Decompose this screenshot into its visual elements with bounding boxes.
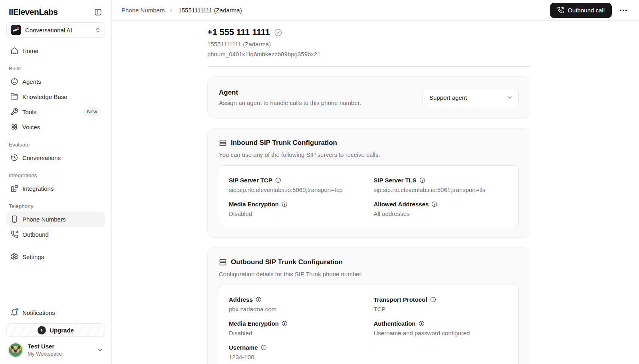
sidebar-item-label: Integrations — [22, 185, 54, 192]
outbound-sip-details: Address pbx.zadarma.com Transport Protoc… — [219, 285, 519, 364]
sidebar-item-tools[interactable]: Tools New — [6, 104, 105, 119]
field-value: Disabled — [229, 210, 364, 217]
info-icon[interactable] — [261, 344, 267, 350]
scrollbar-track[interactable] — [638, 0, 638, 364]
breadcrumb-current: 15551111111 (Zadarma) — [178, 7, 242, 14]
section-label-integrations: Integrations — [6, 172, 105, 178]
user-meta: Test User My Workspace — [28, 343, 93, 357]
inbound-sip-card: Inbound SIP Trunk Configuration You can … — [207, 128, 530, 238]
sidebar-bottom: Notifications Upgrade Test User My Works… — [6, 305, 105, 358]
outbound-sip-card: Outbound SIP Trunk Configuration Configu… — [207, 247, 530, 364]
agent-card-description: Assign an agent to handle calls to this … — [219, 99, 361, 106]
upgrade-button[interactable]: Upgrade — [6, 323, 105, 337]
field-label: Media Encryption — [229, 320, 279, 327]
info-icon[interactable] — [256, 297, 262, 303]
info-icon[interactable] — [431, 201, 437, 207]
outbound-sip-header: Outbound SIP Trunk Configuration — [219, 258, 519, 266]
sidebar-item-notifications[interactable]: Notifications — [6, 305, 105, 320]
phone-outgoing-icon — [10, 230, 18, 238]
field-value: pbx.zadarma.com — [229, 306, 364, 313]
workspace-selector[interactable]: Conversational AI — [6, 22, 105, 38]
field-label: Transport Protocol — [374, 296, 427, 303]
agent-card: Agent Assign an agent to handle calls to… — [207, 76, 530, 119]
section-label-build: Build — [6, 65, 105, 71]
info-icon[interactable] — [430, 297, 436, 303]
panel-collapse-icon — [94, 8, 102, 16]
info-icon[interactable] — [282, 201, 288, 207]
field-value: Username and password configured — [374, 330, 509, 336]
voices-icon — [10, 123, 18, 131]
server-icon — [219, 139, 227, 147]
agent-select[interactable]: Support agent — [423, 89, 519, 106]
outbound-call-label: Outbound call — [568, 7, 605, 14]
info-icon[interactable] — [275, 177, 281, 183]
content-scroll-area[interactable]: +1 555 111 1111 15551111111 (Zadarma) ph… — [112, 21, 639, 364]
sidebar-collapse-button[interactable] — [93, 8, 103, 17]
info-icon[interactable] — [419, 177, 425, 183]
new-badge: New — [83, 107, 101, 116]
sidebar-item-settings[interactable]: Settings — [6, 249, 105, 264]
elevenlabs-logo: IIElevenLabs — [9, 7, 58, 17]
chevron-right-icon — [169, 8, 174, 13]
home-icon — [10, 47, 18, 55]
sidebar-item-integrations[interactable]: Integrations — [6, 181, 105, 196]
section-label-evaluate: Evaluate — [6, 142, 105, 148]
sidebar-item-conversations[interactable]: Conversations — [6, 150, 105, 165]
sidebar-item-label: Voices — [22, 124, 40, 131]
outbound-sip-title: Outbound SIP Trunk Configuration — [231, 258, 343, 266]
upgrade-label: Upgrade — [50, 327, 74, 334]
sidebar-nav: Home Build Agents Knowledge Base Tool — [6, 43, 105, 264]
notification-dot — [16, 308, 19, 311]
blocks-icon — [10, 184, 18, 192]
bell-icon — [10, 309, 18, 317]
sidebar-item-knowledge-base[interactable]: Knowledge Base — [6, 89, 105, 104]
sidebar-item-label: Tools — [22, 109, 79, 115]
field-label: Username — [229, 344, 258, 351]
sidebar-item-label: Phone Numbers — [22, 216, 65, 223]
breadcrumb: Phone Numbers 15551111111 (Zadarma) — [121, 7, 242, 14]
outbound-field-grid: Address pbx.zadarma.com Transport Protoc… — [229, 296, 509, 360]
history-icon — [10, 154, 18, 162]
sidebar: IIElevenLabs Conversational AI Home Buil… — [0, 0, 112, 364]
info-icon[interactable] — [419, 320, 425, 326]
field-label: SIP Server TLS — [374, 177, 417, 184]
topbar: Phone Numbers 15551111111 (Zadarma) Outb… — [112, 0, 639, 21]
lightning-bolt-icon — [38, 326, 46, 334]
field-value: sip:sip.rtc.elevenlabs.io:5061;transport… — [374, 186, 509, 193]
field-label: Allowed Addresses — [374, 201, 429, 208]
field-media-encryption: Media Encryption Disabled — [229, 201, 364, 217]
folder-icon — [10, 93, 18, 101]
gear-icon — [10, 253, 18, 261]
field-value: TCP — [374, 306, 509, 313]
user-workspace: My Workspace — [28, 351, 93, 357]
sidebar-item-label: Notifications — [22, 309, 55, 316]
logo-row: IIElevenLabs — [6, 0, 105, 22]
sidebar-item-home[interactable]: Home — [6, 43, 105, 58]
user-menu[interactable]: Test User My Workspace — [6, 342, 105, 358]
info-icon[interactable] — [282, 320, 288, 326]
agent-select-value: Support agent — [429, 94, 467, 101]
field-value: sip:sip.rtc.elevenlabs.io:5060;transport… — [229, 186, 364, 193]
check-circle-icon — [274, 28, 282, 37]
agent-card-text: Agent Assign an agent to handle calls to… — [219, 89, 361, 106]
field-allowed-addresses: Allowed Addresses All addresses — [374, 201, 509, 217]
phone-outgoing-icon — [557, 7, 564, 14]
sidebar-item-outbound[interactable]: Outbound — [6, 227, 105, 242]
inbound-sip-details: SIP Server TCP sip:sip.rtc.elevenlabs.io… — [219, 165, 519, 227]
avatar — [8, 342, 23, 358]
sidebar-item-label: Conversations — [22, 154, 61, 161]
sidebar-item-label: Home — [22, 47, 38, 54]
topbar-actions: Outbound call — [550, 3, 629, 18]
sidebar-item-label: Settings — [22, 253, 44, 260]
sidebar-item-agents[interactable]: Agents — [6, 74, 105, 89]
more-options-button[interactable] — [617, 6, 629, 14]
wrench-icon — [10, 108, 18, 116]
field-sip-server-tcp: SIP Server TCP sip:sip.rtc.elevenlabs.io… — [229, 177, 364, 193]
workspace-label: Conversational AI — [25, 27, 91, 34]
section-label-telephony: Telephony — [6, 203, 105, 209]
sidebar-item-voices[interactable]: Voices — [6, 119, 105, 135]
sidebar-item-phone-numbers[interactable]: Phone Numbers — [6, 212, 105, 227]
breadcrumb-phone-numbers[interactable]: Phone Numbers — [121, 7, 165, 14]
outbound-call-button[interactable]: Outbound call — [550, 3, 612, 18]
field-label: Address — [229, 296, 253, 303]
